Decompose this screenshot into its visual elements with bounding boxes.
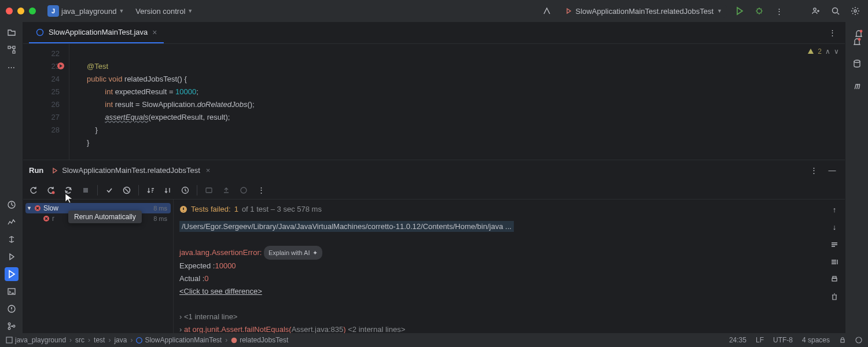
svg-point-0: [757, 9, 762, 13]
soft-wrap-icon[interactable]: [827, 238, 841, 252]
indent-settings[interactable]: 4 spaces: [802, 336, 830, 344]
run-gutter-icon[interactable]: [57, 62, 65, 70]
code-editor[interactable]: 22 23 24 25 26 27 28 @Test public void r…: [23, 44, 845, 160]
file-encoding[interactable]: UTF-8: [773, 336, 793, 344]
settings-icon[interactable]: [848, 4, 862, 18]
close-tab-button[interactable]: ×: [152, 28, 157, 37]
chevron-down-icon: ▼: [119, 8, 124, 14]
expected-label: Expected :: [179, 261, 215, 270]
services-tool-icon[interactable]: [5, 250, 19, 264]
run-config-icon: [564, 7, 572, 15]
actual-value: 0: [204, 274, 208, 283]
breadcrumb[interactable]: SlowApplicationMainTest: [136, 336, 222, 344]
more-tool-icon[interactable]: ⋯: [5, 60, 19, 74]
toolbar-more-button[interactable]: ⋮: [254, 183, 268, 197]
rerun-button[interactable]: [27, 183, 41, 197]
svg-point-14: [860, 30, 863, 33]
print-icon[interactable]: [827, 272, 841, 286]
breadcrumb[interactable]: test: [94, 336, 105, 344]
line-separator[interactable]: LF: [756, 336, 764, 344]
search-icon[interactable]: [829, 4, 843, 18]
maven-tool-icon[interactable]: m: [850, 79, 864, 93]
code-content[interactable]: @Test public void relatedJobsTest() { in…: [87, 44, 845, 160]
build-tool-icon[interactable]: [5, 232, 19, 246]
gutter: 22 23 24 25 26 27 28: [23, 44, 69, 160]
show-ignored-button[interactable]: [120, 183, 134, 197]
database-tool-icon[interactable]: [850, 57, 864, 71]
breadcrumb[interactable]: java_playground: [6, 336, 66, 344]
run-header: Run SlowApplicationMainTest.relatedJobsT…: [23, 160, 845, 181]
project-icon: J: [47, 5, 59, 17]
svg-point-11: [8, 327, 10, 330]
fold-indicator[interactable]: ›: [179, 325, 184, 333]
caret-position[interactable]: 24:35: [729, 336, 746, 344]
toggle-auto-test-button[interactable]: [61, 183, 75, 197]
fail-icon: [34, 205, 41, 212]
close-window-button[interactable]: [6, 8, 13, 14]
stop-button[interactable]: [79, 183, 93, 197]
breadcrumb[interactable]: src: [75, 336, 84, 344]
import-tests-button[interactable]: [202, 183, 216, 197]
svg-rect-25: [832, 278, 837, 281]
svg-rect-5: [13, 46, 15, 49]
clear-console-icon[interactable]: [827, 290, 841, 304]
collapse-all-button[interactable]: [237, 183, 251, 197]
tabs-more-icon[interactable]: ⋮: [825, 26, 839, 40]
prev-highlight-icon[interactable]: ∧: [825, 47, 830, 56]
vcs-menu[interactable]: Version control ▼: [132, 5, 196, 18]
inspection-badges[interactable]: 2 ∧ ∨: [807, 47, 839, 56]
see-difference-link[interactable]: <Click to see difference>: [179, 287, 262, 296]
export-tests-button[interactable]: [219, 183, 233, 197]
run-config-tab[interactable]: SlowApplicationMainTest.relatedJobsTest …: [50, 166, 210, 175]
structure-tool-icon[interactable]: [5, 43, 19, 57]
scroll-up-icon[interactable]: ↑: [827, 203, 841, 217]
actual-label: Actual :: [179, 274, 204, 283]
vcs-tool-icon[interactable]: [5, 319, 19, 333]
endpoints-tool-icon[interactable]: [5, 215, 19, 229]
test-duration: 8 ms: [153, 205, 170, 212]
editor-tab[interactable]: SlowApplicationMainTest.java ×: [29, 22, 164, 43]
assertion-error: java.lang.AssertionError:: [179, 248, 262, 257]
run-config-selector[interactable]: SlowApplicationMainTest.relatedJobsTest …: [560, 5, 727, 18]
minimize-window-button[interactable]: [17, 8, 24, 14]
run-options-icon[interactable]: ⋮: [807, 164, 821, 178]
test-history-button[interactable]: [178, 183, 192, 197]
run-tool-icon[interactable]: [5, 267, 19, 281]
project-tool-icon[interactable]: [5, 25, 19, 39]
code-with-me-icon[interactable]: [809, 4, 823, 18]
svg-point-3: [854, 10, 856, 12]
minimize-panel-icon[interactable]: —: [825, 164, 839, 178]
problems-tool-icon[interactable]: [5, 302, 19, 316]
run-tab-label[interactable]: Run: [29, 166, 43, 175]
show-passed-button[interactable]: [102, 183, 116, 197]
zoom-window-button[interactable]: [29, 8, 36, 14]
svg-point-21: [241, 187, 247, 193]
terminal-tool-icon[interactable]: [5, 285, 19, 298]
debug-button[interactable]: [752, 4, 766, 18]
svg-point-12: [13, 325, 15, 327]
ide-status-icon[interactable]: [855, 337, 862, 344]
rerun-failed-button[interactable]: [44, 183, 58, 197]
scroll-to-end-icon[interactable]: [827, 255, 841, 269]
profiler-tool-icon[interactable]: [5, 198, 19, 212]
breadcrumb[interactable]: java: [114, 336, 127, 344]
expected-value: 10000: [215, 261, 236, 270]
expand-all-button[interactable]: [161, 183, 175, 197]
warning-icon: [179, 205, 187, 213]
build-icon[interactable]: [540, 4, 554, 18]
notifications-icon[interactable]: [852, 27, 866, 40]
project-selector[interactable]: J java_playground ▼: [44, 3, 127, 19]
fold-indicator[interactable]: ›: [179, 312, 184, 321]
scroll-down-icon[interactable]: ↓: [827, 220, 841, 234]
explain-with-ai-button[interactable]: Explain with AI ✦: [264, 246, 322, 260]
breadcrumb[interactable]: relatedJobsTest: [231, 336, 288, 344]
test-console[interactable]: Tests failed: 1 of 1 test – 3 sec 578 ms…: [174, 200, 845, 333]
sort-button[interactable]: [144, 183, 157, 197]
close-run-tab[interactable]: ×: [206, 166, 211, 175]
readonly-icon[interactable]: [839, 337, 846, 344]
stack-frame[interactable]: at org.junit.Assert.failNotEquals(Assert…: [184, 325, 348, 333]
more-actions-button[interactable]: ⋮: [772, 4, 786, 18]
run-button[interactable]: [733, 4, 746, 18]
java-command: /Users/Egor.Sergeev/Library/Java/JavaVir…: [179, 221, 514, 232]
next-highlight-icon[interactable]: ∨: [834, 47, 839, 56]
